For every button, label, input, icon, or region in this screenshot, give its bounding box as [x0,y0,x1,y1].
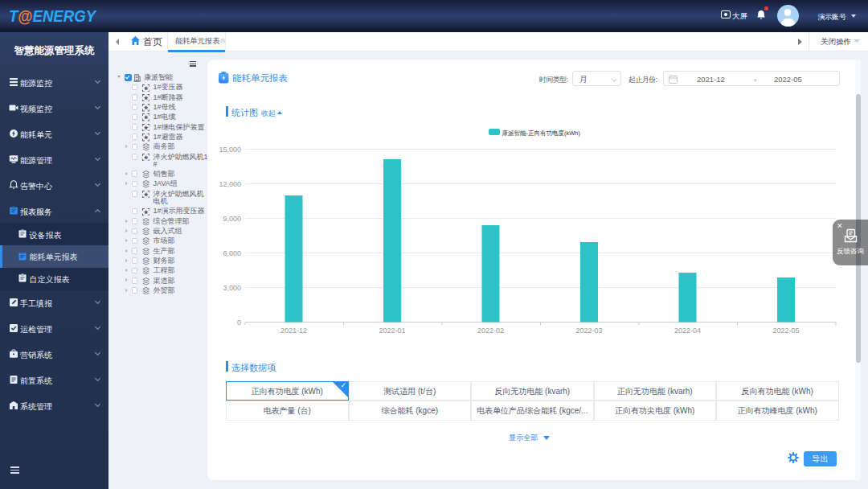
svg-text:2022-01: 2022-01 [379,327,405,335]
svg-text:9,000: 9,000 [223,215,241,223]
svg-text:2022-05: 2022-05 [772,327,799,335]
svg-text:3,000: 3,000 [223,284,241,292]
svg-text:0: 0 [237,318,241,327]
svg-text:2021-12: 2021-12 [280,327,307,335]
svg-text:2022-04: 2022-04 [674,327,701,335]
svg-text:6,000: 6,000 [223,249,241,257]
svg-text:15,000: 15,000 [219,146,241,154]
svg-text:12,000: 12,000 [219,180,241,188]
svg-text:2022-03: 2022-03 [575,327,602,335]
svg-text:2022-02: 2022-02 [477,327,504,335]
